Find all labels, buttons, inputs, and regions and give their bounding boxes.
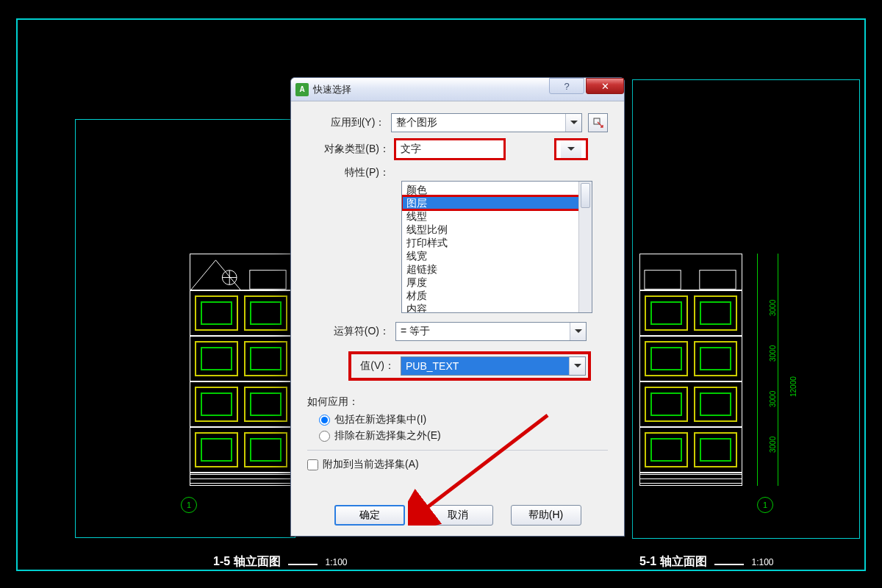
radio-include[interactable]: 包括在新选择集中(I) <box>319 413 608 426</box>
titlebar[interactable]: A 快速选择 ? ✕ <box>291 78 624 101</box>
scale-text: 1:100 <box>751 557 773 567</box>
chevron-down-icon[interactable] <box>570 323 586 340</box>
dialog-title: 快速选择 <box>313 83 351 96</box>
ok-button[interactable]: 确定 <box>334 505 405 526</box>
help-button[interactable]: ? <box>549 78 584 94</box>
list-item-selected[interactable]: 图层 <box>402 196 592 209</box>
select-objects-button[interactable] <box>588 113 608 132</box>
apply-to-combo[interactable]: 整个图形 <box>391 113 582 132</box>
object-type-arrow[interactable] <box>556 140 587 159</box>
dimension-text: 3000 <box>769 300 777 316</box>
help-button[interactable]: 帮助(H) <box>511 505 581 526</box>
radio-exclude-text: 排除在新选择集之外(E) <box>334 429 441 442</box>
dimension-rail <box>778 254 778 486</box>
cancel-button[interactable]: 取消 <box>423 505 493 526</box>
list-item[interactable]: 超链接 <box>402 262 592 276</box>
chevron-down-icon[interactable] <box>565 114 581 132</box>
list-item[interactable]: 厚度 <box>402 276 592 289</box>
grid-bubble-left: 1 <box>181 497 197 513</box>
elevation-drawing-right <box>639 254 742 481</box>
operator-value: = 等于 <box>401 325 430 338</box>
dimension-rail <box>757 254 758 486</box>
list-item[interactable]: 材质 <box>402 289 592 302</box>
chevron-down-icon[interactable] <box>569 357 585 375</box>
dimension-text: 3000 <box>769 437 777 453</box>
scrollbar[interactable] <box>578 182 592 312</box>
radio-exclude[interactable]: 排除在新选择集之外(E) <box>319 429 608 442</box>
dialog-button-row: 确定 取消 帮助(H) <box>291 498 624 536</box>
value-label: 值(V)： <box>354 359 401 373</box>
radio-exclude-input[interactable] <box>319 431 330 442</box>
operator-combo[interactable]: = 等于 <box>395 322 587 341</box>
radio-include-input[interactable] <box>319 415 330 426</box>
radio-include-text: 包括在新选择集中(I) <box>334 413 426 426</box>
list-item[interactable]: 颜色 <box>402 183 592 196</box>
drawing-title-right: 5-1 轴立面图 1:100 <box>639 554 774 570</box>
dimension-text: 12000 <box>789 376 797 397</box>
append-checkbox[interactable] <box>307 459 318 470</box>
scrollbar-thumb[interactable] <box>581 183 590 208</box>
dimension-text: 3000 <box>769 391 777 407</box>
value-value: PUB_TEXT <box>406 360 459 372</box>
list-item[interactable]: 内容 <box>402 302 592 313</box>
grid-bubble-right: 1 <box>757 497 773 513</box>
apply-to-value: 整个图形 <box>396 116 437 129</box>
close-button[interactable]: ✕ <box>586 78 624 94</box>
elevation-drawing-left <box>190 254 293 481</box>
title-text: 5-1 轴立面图 <box>639 555 707 567</box>
svg-rect-4 <box>645 270 681 290</box>
list-item[interactable]: 线型 <box>402 209 592 223</box>
svg-rect-5 <box>700 270 736 290</box>
append-checkbox-text: 附加到当前选择集(A) <box>323 458 419 471</box>
append-checkbox-row[interactable]: 附加到当前选择集(A) <box>307 458 608 471</box>
list-item[interactable]: 打印样式 <box>402 236 592 249</box>
app-icon: A <box>295 83 309 96</box>
chevron-down-icon[interactable] <box>561 140 581 158</box>
list-item[interactable]: 线宽 <box>402 249 592 262</box>
value-combo[interactable]: PUB_TEXT <box>401 356 586 376</box>
object-type-value: 文字 <box>401 143 421 156</box>
drawing-title-left: 1-5 轴立面图 1:100 <box>213 554 348 570</box>
object-type-label: 对象类型(B)： <box>307 143 395 156</box>
dimension-text: 3000 <box>769 345 777 362</box>
scale-text: 1:100 <box>325 557 347 567</box>
operator-label: 运算符(O)： <box>307 325 395 338</box>
apply-to-label: 应用到(Y)： <box>307 116 391 129</box>
title-text: 1-5 轴立面图 <box>213 555 281 567</box>
property-listbox[interactable]: 颜色 图层 线型 线型比例 打印样式 线宽 超链接 厚度 材质 内容 样式 注释… <box>401 181 592 313</box>
property-label: 特性(P)： <box>307 166 395 179</box>
how-apply-label: 如何应用： <box>307 395 608 409</box>
list-item[interactable]: 线型比例 <box>402 223 592 236</box>
quick-select-dialog: A 快速选择 ? ✕ 应用到(Y)： 整个图形 对象类型(B)： 文字 <box>290 77 625 537</box>
object-type-combo[interactable]: 文字 <box>395 140 504 159</box>
svg-rect-3 <box>250 270 286 290</box>
